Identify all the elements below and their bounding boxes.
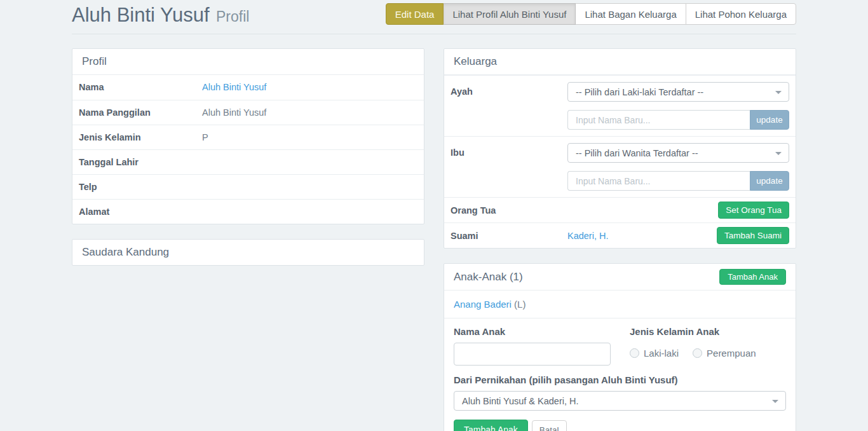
ayah-row: Ayah -- Pilih dari Laki-laki Terdaftar -…	[444, 75, 796, 136]
tambah-anak-header-button[interactable]: Tambah Anak	[719, 269, 786, 285]
anak-card: Anak-Anak (1) Tambah Anak Anang Baderi (…	[444, 263, 796, 431]
chevron-down-icon	[772, 400, 778, 403]
jenis-kelamin-anak-label: Jenis Kelamin Anak	[630, 326, 786, 338]
keluarga-card: Keluarga Ayah -- Pilih dari Laki-laki Te…	[444, 48, 796, 249]
tambah-suami-button[interactable]: Tambah Suami	[717, 227, 789, 244]
lihat-bagan-button[interactable]: Lihat Bagan Keluarga	[575, 3, 686, 25]
page-subtitle: Profil	[216, 8, 249, 25]
profil-card-header: Profil	[72, 49, 424, 75]
anak-card-title: Anak-Anak (1)	[454, 271, 523, 284]
batal-button[interactable]: Batal	[532, 420, 567, 431]
row-value: Aluh Binti Yusuf	[196, 75, 424, 100]
radio-laki-laki-input[interactable]	[630, 348, 639, 358]
ayah-update-button[interactable]: update	[750, 110, 789, 130]
pernikahan-select[interactable]: Aluh Binti Yusuf & Kaderi, H.	[454, 391, 786, 411]
ayah-input-group: update	[567, 110, 789, 130]
ibu-label: Ibu	[451, 143, 567, 158]
table-row-jenis-kelamin: Jenis Kelamin P	[72, 125, 424, 149]
nama-anak-label: Nama Anak	[454, 326, 630, 338]
pernikahan-select-value: Aluh Binti Yusuf & Kaderi, H.	[462, 396, 579, 406]
row-value: Aluh Binti Yusuf	[196, 100, 424, 125]
page-header: Aluh Binti Yusuf Profil Edit Data Lihat …	[72, 0, 796, 34]
radio-perempuan[interactable]: Perempuan	[693, 348, 756, 359]
suami-link[interactable]: Kaderi, H.	[567, 231, 608, 241]
form-actions: Tambah Anak Batal	[454, 420, 786, 431]
table-row-nama: Nama Aluh Binti Yusuf	[72, 75, 424, 100]
row-value: P	[196, 125, 424, 149]
ayah-label: Ayah	[451, 82, 567, 97]
row-label: Nama	[72, 75, 196, 100]
chevron-down-icon	[775, 152, 782, 155]
ibu-row: Ibu -- Pilih dari Wanita Terdaftar -- up…	[444, 136, 796, 197]
gender-radio-group: Laki-laki Perempuan	[630, 348, 786, 359]
keluarga-card-title: Keluarga	[454, 55, 497, 68]
profil-card-title: Profil	[82, 55, 107, 68]
radio-laki-laki-label: Laki-laki	[644, 348, 679, 359]
suami-row: Suami Kaderi, H. Tambah Suami	[444, 222, 796, 248]
ayah-select[interactable]: -- Pilih dari Laki-laki Terdaftar --	[567, 82, 789, 102]
pernikahan-label: Dari Pernikahan (pilih pasangan Aluh Bin…	[454, 374, 786, 386]
row-label: Alamat	[72, 200, 196, 224]
saudara-kandung-header: Saudara Kandung	[72, 240, 424, 265]
anak-card-header: Anak-Anak (1) Tambah Anak	[444, 264, 796, 291]
orang-tua-row: Orang Tua Set Orang Tua	[444, 197, 796, 222]
ayah-name-input[interactable]	[567, 110, 750, 130]
radio-perempuan-input[interactable]	[693, 348, 702, 358]
tambah-anak-submit-button[interactable]: Tambah Anak	[454, 420, 528, 431]
row-label: Nama Panggilan	[72, 100, 196, 125]
right-column: Keluarga Ayah -- Pilih dari Laki-laki Te…	[444, 48, 796, 431]
chevron-down-icon	[775, 91, 782, 94]
child-name-link[interactable]: Anang Baderi	[454, 299, 512, 310]
ibu-controls: -- Pilih dari Wanita Terdaftar -- update	[567, 143, 789, 191]
child-list-item: Anang Baderi (L)	[444, 291, 796, 318]
set-orang-tua-button[interactable]: Set Orang Tua	[718, 202, 789, 219]
lihat-pohon-button[interactable]: Lihat Pohon Keluarga	[686, 3, 796, 25]
ibu-name-input[interactable]	[567, 171, 750, 191]
ayah-controls: -- Pilih dari Laki-laki Terdaftar -- upd…	[567, 82, 789, 130]
profil-card: Profil Nama Aluh Binti Yusuf Nama Panggi…	[72, 48, 424, 224]
row-value	[196, 175, 424, 199]
table-row-alamat: Alamat	[72, 199, 424, 224]
child-gender-suffix: (L)	[512, 299, 526, 310]
edit-data-button[interactable]: Edit Data	[386, 3, 444, 25]
page-title: Aluh Binti Yusuf	[72, 4, 210, 26]
table-row-telp: Telp	[72, 174, 424, 199]
pernikahan-section: Dari Pernikahan (pilih pasangan Aluh Bin…	[454, 374, 786, 411]
ibu-select[interactable]: -- Pilih dari Wanita Terdaftar --	[567, 143, 789, 163]
ibu-input-group: update	[567, 171, 789, 191]
ayah-select-value: -- Pilih dari Laki-laki Terdaftar --	[576, 87, 703, 97]
row-value	[196, 200, 424, 224]
nama-anak-column: Nama Anak	[454, 326, 630, 366]
lihat-profil-button[interactable]: Lihat Profil Aluh Binti Yusuf	[443, 3, 576, 25]
add-child-form: Nama Anak Jenis Kelamin Anak Laki-laki	[444, 318, 796, 431]
left-column: Profil Nama Aluh Binti Yusuf Nama Panggi…	[72, 48, 424, 431]
radio-laki-laki[interactable]: Laki-laki	[630, 348, 679, 359]
row-label: Telp	[72, 175, 196, 199]
keluarga-card-header: Keluarga	[444, 49, 796, 75]
jenis-kelamin-column: Jenis Kelamin Anak Laki-laki Perempuan	[630, 326, 786, 366]
nama-link[interactable]: Aluh Binti Yusuf	[202, 82, 266, 92]
row-label: Tanggal Lahir	[72, 150, 196, 174]
row-label: Jenis Kelamin	[72, 125, 196, 149]
header-button-group: Edit Data Lihat Profil Aluh Binti Yusuf …	[386, 3, 796, 25]
ibu-update-button[interactable]: update	[750, 171, 789, 191]
suami-label: Suami	[451, 230, 567, 242]
title-wrap: Aluh Binti Yusuf Profil	[72, 3, 249, 31]
radio-perempuan-label: Perempuan	[707, 348, 756, 359]
table-row-tanggal-lahir: Tanggal Lahir	[72, 149, 424, 174]
ibu-select-value: -- Pilih dari Wanita Terdaftar --	[576, 148, 698, 158]
row-value	[196, 150, 424, 174]
suami-value: Kaderi, H.	[567, 230, 717, 242]
table-row-panggilan: Nama Panggilan Aluh Binti Yusuf	[72, 100, 424, 125]
orang-tua-label: Orang Tua	[451, 205, 567, 216]
page-container: Aluh Binti Yusuf Profil Edit Data Lihat …	[72, 0, 796, 431]
saudara-kandung-title: Saudara Kandung	[82, 246, 169, 259]
nama-anak-input[interactable]	[454, 343, 611, 366]
saudara-kandung-card: Saudara Kandung	[72, 239, 424, 266]
